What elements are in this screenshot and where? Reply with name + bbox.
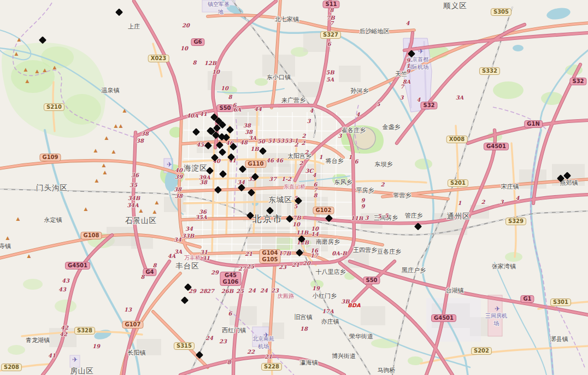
road-shield: S329 xyxy=(505,218,526,225)
peak-icon: ▲ xyxy=(27,253,31,259)
peak-icon: ▲ xyxy=(95,178,99,183)
exit-number-label: 11B xyxy=(296,230,308,236)
data-point-marker[interactable] xyxy=(115,8,122,15)
exit-number-label: 5 xyxy=(377,101,380,107)
exit-number-label: 40 xyxy=(175,167,183,173)
peak-icon: ▲ xyxy=(153,209,157,214)
peak-icon: ▲ xyxy=(105,135,109,140)
data-point-marker[interactable] xyxy=(219,170,226,177)
airport-label: 场 xyxy=(493,320,499,327)
town-label: 小红门乡 xyxy=(313,292,337,300)
exit-number-label: 10 xyxy=(212,69,220,75)
peak-icon: ▲ xyxy=(94,148,98,153)
town-label: 荣华街道 xyxy=(349,332,373,341)
town-label: 博兴街道 xyxy=(332,352,356,360)
town-label: 瀛海镇 xyxy=(300,359,318,367)
road-shield: G110 xyxy=(245,160,266,168)
exit-number-label: 4 xyxy=(406,20,410,26)
exit-number-label: 27 xyxy=(238,266,246,272)
peak-icon: ▲ xyxy=(155,200,159,205)
exit-number-label: 5 xyxy=(385,213,389,219)
data-point-marker[interactable] xyxy=(181,296,188,303)
exit-number-label: 8 xyxy=(228,94,232,100)
data-point-marker[interactable] xyxy=(219,148,226,155)
road-shield: G102 xyxy=(313,207,334,214)
road-shield: G4501 xyxy=(431,314,456,322)
exit-number-label: 21 xyxy=(292,262,299,268)
road-shield: X008 xyxy=(446,136,468,143)
district-label: 顺义区 xyxy=(443,1,467,11)
exit-number-label: 17A xyxy=(322,308,334,314)
exit-number-label: 35 xyxy=(130,182,137,188)
exit-number-label: 17B xyxy=(279,250,291,256)
peak-icon: ▲ xyxy=(53,65,57,70)
exit-number-label: 48 xyxy=(240,139,248,145)
data-point-marker[interactable] xyxy=(325,214,332,221)
exit-number-label: 43 xyxy=(62,278,69,284)
data-point-marker[interactable] xyxy=(216,141,223,148)
exit-number-label: 2 xyxy=(299,160,303,166)
airport-icon: ✈ xyxy=(495,305,500,313)
data-point-marker[interactable] xyxy=(214,186,221,193)
town-label: 十八里店乡 xyxy=(316,268,346,276)
exit-number-label: 7B xyxy=(292,215,301,221)
road-shield: G4501 xyxy=(484,143,509,150)
exit-number-label: 5A xyxy=(326,77,334,83)
district-label: 房山区 xyxy=(70,366,94,375)
exit-number-label: 46 xyxy=(275,157,283,163)
data-point-marker[interactable] xyxy=(39,36,46,43)
peak-icon: ▲ xyxy=(6,235,10,241)
town-label: 金盏乡 xyxy=(383,123,401,131)
exit-number-label: 6 xyxy=(228,310,232,317)
exit-number-label: 41 xyxy=(199,111,207,117)
exit-number-label: 8 xyxy=(193,60,197,66)
road-shield: S328 xyxy=(74,327,95,335)
exit-number-label: 2 xyxy=(481,199,485,205)
exit-number-label: 34B xyxy=(128,195,140,201)
exit-number-label: 20 xyxy=(303,260,310,266)
road-name-label: 庆殿路 xyxy=(278,292,294,300)
data-point-marker[interactable] xyxy=(226,126,233,133)
road-shield: G45 G106 xyxy=(220,272,241,286)
exit-number-label: 7 xyxy=(401,84,404,90)
exit-number-label: 28 xyxy=(199,288,207,294)
exit-number-label: 41 xyxy=(48,353,56,359)
exit-number-label: 4A xyxy=(168,253,176,259)
exit-number-label: 8 xyxy=(330,7,334,13)
exit-number-label: 31 xyxy=(200,249,208,255)
peak-icon: ▲ xyxy=(17,37,21,42)
exit-number-label: 26B xyxy=(221,288,233,294)
exit-number-label: 9 xyxy=(361,197,365,203)
town-label: 东风乡 xyxy=(334,178,352,186)
exit-number-label: 8 xyxy=(314,192,317,198)
exit-number-label: 1 xyxy=(319,154,323,160)
district-label: 东城区 xyxy=(268,195,292,205)
data-point-marker[interactable] xyxy=(259,147,266,154)
exit-number-label: 10 xyxy=(180,45,188,51)
exit-number-label: 11B xyxy=(351,215,363,221)
town-label: 来广营乡 xyxy=(281,96,305,104)
exit-number-label: 25 xyxy=(236,288,244,294)
exit-number-label: 2 xyxy=(302,140,305,146)
data-point-marker[interactable] xyxy=(414,222,421,230)
road-shield: S208 xyxy=(1,364,22,371)
data-point-marker[interactable] xyxy=(296,249,303,256)
exit-number-label: 42 xyxy=(61,325,68,331)
exit-number-label: 50 xyxy=(257,138,265,144)
exit-number-label: 9 xyxy=(361,203,365,209)
road-shield: S315 xyxy=(174,342,195,350)
data-point-marker[interactable] xyxy=(248,189,255,196)
town-label: 孙河乡 xyxy=(351,87,369,95)
map-canvas[interactable]: 北京市顺义区门头沟区海淀区石景山区东城区通州区丰台区房山区上庄温泉镇北七家镇后沙… xyxy=(0,0,588,375)
data-point-marker[interactable] xyxy=(196,351,203,358)
exit-number-label: 38 xyxy=(136,138,144,144)
data-point-marker[interactable] xyxy=(192,128,199,135)
exit-number-label: 3 xyxy=(500,199,504,205)
airport-label: 镇空军基 xyxy=(208,1,230,8)
exit-number-label: 4 xyxy=(417,97,421,103)
exit-number-label: 46 xyxy=(266,157,274,163)
airport-label: 三间房机 xyxy=(485,312,507,320)
exit-number-label: 38 xyxy=(174,186,181,192)
exit-number-label: 3 xyxy=(338,133,342,139)
peak-icon: ▲ xyxy=(103,169,107,175)
